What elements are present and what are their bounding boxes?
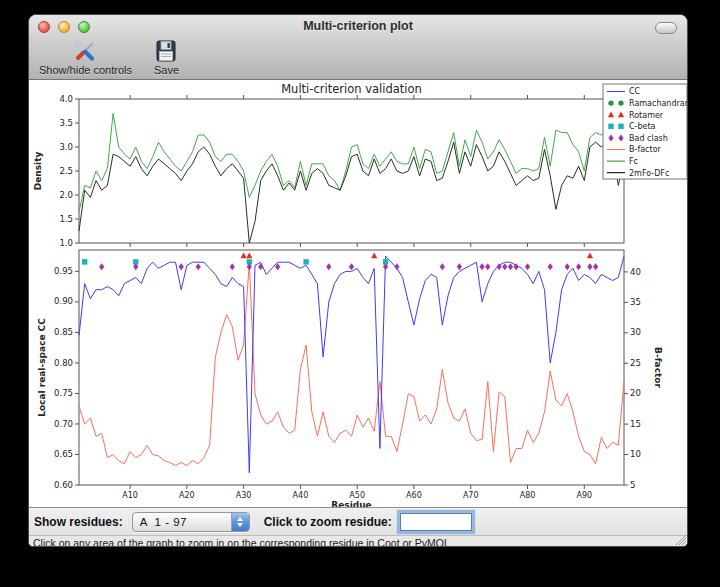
legend-label: Bad clash bbox=[629, 134, 668, 143]
x-tick-label: A40 bbox=[293, 491, 309, 500]
x-tick-label: A10 bbox=[122, 491, 138, 500]
show-residues-value: A 1 - 97 bbox=[133, 516, 231, 528]
zoom-residue-input[interactable] bbox=[400, 513, 472, 531]
cc-axis-label: Local real-space CC bbox=[37, 318, 47, 417]
legend-label: C-beta bbox=[629, 122, 656, 131]
x-tick-label: A50 bbox=[349, 491, 365, 500]
bfactor-tick-label: 35 bbox=[630, 297, 641, 307]
plot-canvas[interactable]: Multi-criterion validationA10A20A30A40A5… bbox=[29, 80, 688, 507]
residue-axis-label: Residue bbox=[331, 500, 371, 507]
legend-label: B-factor bbox=[629, 145, 662, 154]
x-tick-label: A20 bbox=[179, 491, 195, 500]
cc-tick-label: 0.80 bbox=[54, 358, 73, 368]
desktop: { "window": { "title": "Multi-criterion … bbox=[0, 0, 720, 587]
density-axis-label: Density bbox=[33, 152, 43, 191]
density-panel-frame bbox=[79, 99, 624, 243]
x-tick-label: A30 bbox=[236, 491, 252, 500]
cc-tick-label: 0.95 bbox=[54, 266, 73, 276]
bfactor-tick-label: 25 bbox=[630, 358, 641, 368]
zoom-residue-label: Click to zoom residue: bbox=[264, 515, 392, 529]
cc-tick-label: 0.65 bbox=[54, 449, 73, 459]
bfactor-tick-label: 5 bbox=[630, 480, 635, 490]
show-residues-select[interactable]: A 1 - 97 bbox=[132, 512, 250, 532]
density-tick-label: 3.5 bbox=[59, 118, 73, 128]
cc-tick-label: 0.60 bbox=[54, 480, 73, 490]
density-tick-label: 3.0 bbox=[59, 142, 73, 152]
figure-area: Multi-criterion validationA10A20A30A40A5… bbox=[29, 80, 688, 507]
titlebar[interactable]: Multi-criterion plot bbox=[29, 15, 687, 37]
cc-tick-label: 0.85 bbox=[54, 327, 73, 337]
b-factor-line bbox=[79, 263, 624, 466]
save-label: Save bbox=[154, 64, 179, 76]
density-tick-label: 1.5 bbox=[59, 214, 73, 224]
density-tick-label: 2.0 bbox=[59, 190, 73, 200]
outliers-rotamer bbox=[241, 252, 594, 258]
legend-label: CC bbox=[629, 87, 641, 96]
legend-label: Fc bbox=[629, 157, 638, 166]
save-icon bbox=[155, 38, 177, 64]
x-tick-label: A60 bbox=[406, 491, 422, 500]
window-header: Multi-criterion plot bbox=[29, 15, 687, 80]
arrow-up-icon bbox=[237, 517, 243, 521]
arrow-down-icon bbox=[237, 523, 243, 527]
window-title: Multi-criterion plot bbox=[29, 19, 687, 33]
chart-title: Multi-criterion validation bbox=[281, 82, 422, 96]
bfactor-axis-label: B-factor bbox=[653, 347, 663, 388]
bfactor-tick-label: 40 bbox=[630, 267, 641, 277]
cc-tick-label: 0.75 bbox=[54, 388, 73, 398]
x-tick-label: A90 bbox=[576, 491, 592, 500]
cc-tick-label: 0.70 bbox=[54, 419, 73, 429]
cc-line bbox=[79, 256, 624, 473]
tools-icon bbox=[72, 38, 98, 64]
multi-criterion-plot-window: Multi-criterion plot bbox=[28, 14, 688, 547]
bfactor-tick-label: 10 bbox=[630, 449, 641, 459]
cc-tick-label: 0.90 bbox=[54, 296, 73, 306]
density-tick-label: 2.5 bbox=[59, 166, 73, 176]
x-tick-label: A80 bbox=[520, 491, 536, 500]
legend-label: 2mFo-DFc bbox=[629, 169, 669, 178]
density-tick-label: 1.0 bbox=[59, 238, 73, 248]
stepper-icon bbox=[231, 513, 249, 531]
show-residues-label: Show residues: bbox=[34, 515, 123, 529]
legend-label: Ramachandran bbox=[629, 99, 688, 108]
toolbar-toggle-button[interactable] bbox=[655, 22, 677, 34]
bfactor-tick-label: 30 bbox=[630, 327, 641, 337]
status-text: Click on any area of the graph to zoom i… bbox=[33, 537, 453, 547]
bfactor-tick-label: 15 bbox=[630, 419, 641, 429]
bfactor-tick-label: 20 bbox=[630, 388, 641, 398]
show-hide-controls-label: Show/hide controls bbox=[39, 64, 132, 76]
two-mfo-dfc-line bbox=[79, 142, 624, 243]
x-tick-label: A70 bbox=[463, 491, 479, 500]
legend-label: Rotamer bbox=[629, 111, 664, 120]
toolbar: Show/hide controls Save bbox=[29, 37, 183, 79]
density-tick-label: 4.0 bbox=[59, 94, 73, 104]
validation-panel-frame bbox=[79, 250, 624, 485]
legend: CCRamachandranRotamerC-betaBad clashB-fa… bbox=[603, 84, 688, 179]
outliers-c-beta bbox=[82, 259, 388, 264]
save-button[interactable]: Save bbox=[150, 37, 183, 77]
resize-grip[interactable] bbox=[674, 534, 686, 545]
controls-bar: Show residues: A 1 - 97 Click to zoom re… bbox=[29, 507, 688, 535]
show-hide-controls-button[interactable]: Show/hide controls bbox=[35, 37, 136, 77]
status-bar: Click on any area of the graph to zoom i… bbox=[29, 535, 688, 547]
